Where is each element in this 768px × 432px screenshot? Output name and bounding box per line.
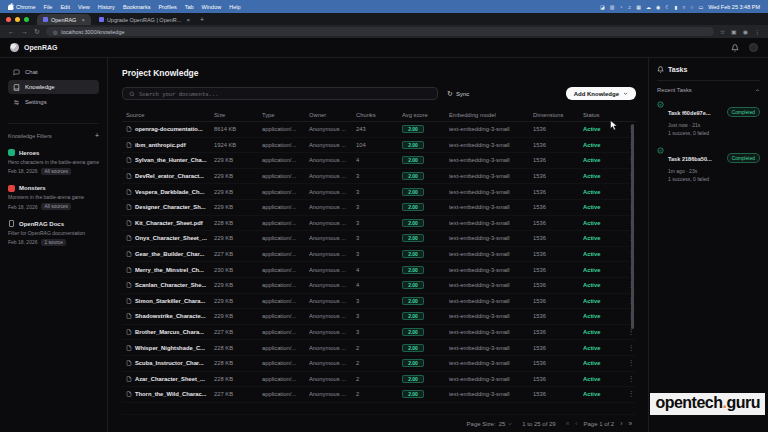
menubar-status-icon[interactable]: ☁ [646,4,651,10]
table-row[interactable]: Thorn_the_Wild_Charac... 227 KB applicat… [122,387,636,403]
menubar-item[interactable]: Profiles [158,4,176,10]
search-input[interactable]: Search your documents... [122,87,438,100]
table-row[interactable]: Merry_the_Minstrel_Ch... 230 KB applicat… [122,262,636,278]
table-row[interactable]: Brother_Marcus_Chara... 227 KB applicati… [122,325,636,341]
knowledge-filter-card[interactable]: Monsters Monsters in the battle-arena ga… [8,185,99,211]
table-row[interactable]: Kit_Character_Sheet.pdf 228 KB applicati… [122,216,636,232]
column-header[interactable]: Owner [309,112,356,118]
prev-page-button[interactable]: ‹ [575,420,577,427]
next-page-button[interactable]: › [620,420,622,427]
toolbar-icon[interactable]: ▣ [731,28,737,35]
document-owner: Anonymous ... [309,235,356,241]
menubar-status-icon[interactable]: ▥ [610,4,615,10]
notifications-bell-icon[interactable] [731,44,739,52]
task-item[interactable]: Task 2186ba50... 1m ago · 23s 1 success,… [657,147,760,182]
menubar-item[interactable]: Chrome [16,4,36,10]
sidebar-item-settings[interactable]: Settings [8,95,99,109]
address-bar[interactable]: ◎ localhost:3000/knowledge [46,27,714,36]
back-icon[interactable]: ← [8,28,15,35]
table-row[interactable]: Onyx_Character_Sheet_... 229 KB applicat… [122,231,636,247]
task-item[interactable]: Task f60de97e... Just now · 21s 1 succes… [657,101,760,136]
menubar-item[interactable]: History [98,4,115,10]
site-info-icon[interactable]: ◎ [53,29,57,35]
table-row[interactable]: Vespera_Darkblade_Ch... 229 KB applicati… [122,184,636,200]
menubar-item[interactable]: View [78,4,90,10]
document-owner: Anonymous ... [309,267,356,273]
table-row[interactable]: Scanlan_Character_She... 229 KB applicat… [122,278,636,294]
user-avatar[interactable] [749,43,758,52]
minimize-window-button[interactable] [15,17,20,22]
table-row[interactable]: Designer_Character_Sh... 229 KB applicat… [122,200,636,216]
forward-icon[interactable]: → [21,28,28,35]
tab-close-icon[interactable]: × [186,17,190,23]
table-scrollbar[interactable] [631,124,634,329]
toolbar-icon[interactable]: ◉ [743,28,748,35]
menubar-item[interactable]: Bookmarks [123,4,151,10]
row-menu-icon[interactable]: ⋮ [625,328,637,336]
column-header[interactable]: Chunks [356,112,402,118]
menubar-status-icon[interactable]: ◔ [619,4,622,10]
menubar-status-icon[interactable]: ◪ [600,4,605,10]
mouse-cursor [610,120,618,131]
sync-button[interactable]: ↻ Sync [447,90,469,98]
row-menu-icon[interactable]: ⋮ [625,375,637,383]
table-row[interactable]: ibm_anthropic.pdf 1924 KB application/..… [122,138,636,154]
menubar-status-icon[interactable]: ◉ [656,4,660,10]
table-row[interactable]: Sylvan_the_Hunter_Cha... 229 KB applicat… [122,153,636,169]
add-knowledge-button[interactable]: Add Knowledge [566,87,636,100]
menubar-status-icon[interactable]: ▭ [698,4,703,10]
table-row[interactable]: Gear_the_Builder_Char... 227 KB applicat… [122,247,636,263]
browser-tab[interactable]: OpenRAG × [37,14,91,25]
menubar-status-icon[interactable]: ☾ [665,4,669,10]
tab-close-icon[interactable]: × [81,17,85,23]
table-row[interactable]: Whisper_Nightshade_C... 228 KB applicati… [122,340,636,356]
recent-tasks-row[interactable]: Recent Tasks [657,87,760,93]
table-row[interactable]: DevRel_erator_Charact... 229 KB applicat… [122,169,636,185]
knowledge-filter-card[interactable]: OpenRAG Docs Filter for OpenRAG document… [8,220,99,246]
column-header[interactable]: Avg score [402,112,449,118]
page-size-select[interactable]: Page Size: 25 [467,421,513,427]
menubar-status-icon[interactable]: ≈ [683,4,686,10]
maximize-window-button[interactable] [24,17,29,22]
column-header[interactable]: Size [214,112,262,118]
menubar-status-icon[interactable]: ▮ [675,4,678,10]
menubar-item[interactable]: Edit [60,4,69,10]
toolbar-icon[interactable]: ⋮ [754,28,760,35]
menubar-item[interactable]: Help [229,4,240,10]
menubar-clock[interactable]: Wed Feb 25 3:48 PM [708,4,760,10]
brand[interactable]: OpenRAG [10,43,57,52]
table-row[interactable]: Scuba_Instructor_Char... 228 KB applicat… [122,356,636,372]
column-header[interactable]: Status [583,112,625,118]
last-page-button[interactable]: » [628,420,632,427]
menubar-status-icon[interactable]: ▦ [636,4,641,10]
column-header[interactable]: Source [126,112,214,118]
menubar-status-icon[interactable]: ♫ [628,4,632,10]
menubar-item[interactable]: Tab [185,4,194,10]
sync-label: Sync [456,91,469,97]
add-filter-icon[interactable]: + [95,132,99,139]
sidebar-item-knowledge[interactable]: Knowledge [8,80,99,94]
close-window-button[interactable] [6,17,11,22]
file-icon [126,282,132,288]
column-header[interactable]: Embedding model [449,112,533,118]
apple-icon[interactable] [8,3,14,10]
knowledge-filter-card[interactable]: Heroes Hero characters in the battle-are… [8,149,99,175]
first-page-button[interactable]: « [566,420,570,427]
browser-tab[interactable]: Upgrade OpenRAG | OpenR... × [93,14,196,25]
row-menu-icon[interactable]: ⋮ [625,359,637,367]
menubar-item[interactable]: Window [202,4,222,10]
sidebar-item-chat[interactable]: Chat [8,65,99,79]
table-row[interactable]: Shadowstrike_Characte... 229 KB applicat… [122,309,636,325]
menubar-item[interactable]: File [44,4,53,10]
reload-icon[interactable]: ↻ [34,28,40,35]
table-row[interactable]: Azar_Character_Sheet_... 228 KB applicat… [122,372,636,388]
table-row[interactable]: Simon_Starkiller_Chara... 229 KB applica… [122,294,636,310]
menubar-status-icon[interactable]: ○ [690,4,693,10]
row-menu-icon[interactable]: ⋮ [625,344,637,352]
column-header[interactable]: Type [262,112,309,118]
table-row[interactable]: openrag-documentatio... 8614 KB applicat… [122,122,636,138]
new-tab-button[interactable]: + [200,16,204,23]
column-header[interactable]: Dimensions [533,112,583,118]
toolbar-icon[interactable]: ☆ [720,28,725,35]
row-menu-icon[interactable]: ⋮ [625,390,637,398]
